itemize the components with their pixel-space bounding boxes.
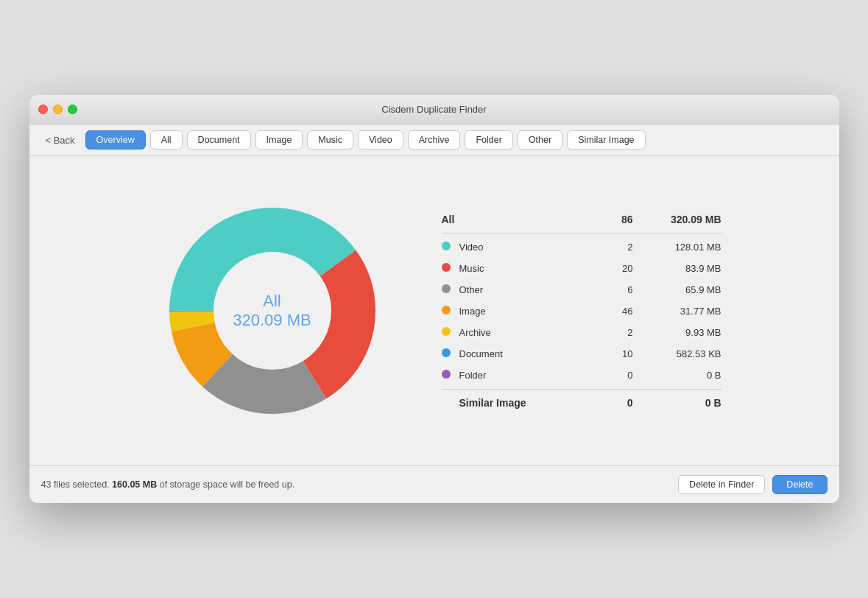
folder-size: 0 B xyxy=(648,370,721,381)
delete-in-finder-button[interactable]: Delete in Finder xyxy=(678,475,765,494)
video-dot xyxy=(442,242,451,250)
stats-table: All 86 320.09 MB Video 2 128.01 MB Music… xyxy=(442,208,721,414)
close-button[interactable] xyxy=(38,105,48,114)
folder-count: 0 xyxy=(604,370,648,381)
toolbar: < Back Overview All Document Image Music… xyxy=(29,124,839,156)
window-title: Cisdem Duplicate Finder xyxy=(381,104,486,115)
stats-row-image: Image 46 31.77 MB xyxy=(442,300,721,322)
stats-row-video: Video 2 128.01 MB xyxy=(442,236,721,258)
minimize-button[interactable] xyxy=(53,105,63,114)
header-size: 320.09 MB xyxy=(648,214,721,225)
stats-row-similar-image: Similar Image 0 0 B xyxy=(442,389,721,414)
stats-row-archive: Archive 2 9.93 MB xyxy=(442,322,721,343)
main-content: All 320.09 MB All 86 320.09 MB Video 2 1… xyxy=(29,156,839,465)
tab-overview[interactable]: Overview xyxy=(85,130,146,150)
video-count: 2 xyxy=(604,242,648,253)
footer: 43 files selected. 160.05 MB of storage … xyxy=(29,465,839,503)
other-count: 6 xyxy=(604,284,648,295)
similar-image-count: 0 xyxy=(604,397,648,409)
main-window: Cisdem Duplicate Finder < Back Overview … xyxy=(29,95,839,503)
back-button[interactable]: < Back xyxy=(40,132,81,149)
footer-text-prefix: 43 files selected. xyxy=(41,479,113,490)
stats-row-folder: Folder 0 0 B xyxy=(442,365,721,386)
archive-label: Archive xyxy=(459,327,604,338)
document-dot xyxy=(442,348,451,357)
tab-all[interactable]: All xyxy=(150,130,183,150)
titlebar: Cisdem Duplicate Finder xyxy=(29,95,839,124)
stats-row-document: Document 10 582.53 KB xyxy=(442,343,721,365)
archive-size: 9.93 MB xyxy=(648,327,721,338)
archive-dot xyxy=(442,327,451,336)
delete-button[interactable]: Delete xyxy=(772,475,827,494)
video-label: Video xyxy=(459,242,604,253)
donut-chart: All 320.09 MB xyxy=(147,186,398,436)
music-count: 20 xyxy=(604,263,648,274)
image-dot xyxy=(442,306,451,314)
document-size: 582.53 KB xyxy=(648,348,721,359)
video-size: 128.01 MB xyxy=(648,242,721,253)
archive-count: 2 xyxy=(604,327,648,338)
music-dot xyxy=(442,263,451,272)
music-label: Music xyxy=(459,263,604,274)
tab-video[interactable]: Video xyxy=(358,130,403,150)
header-label: All xyxy=(442,214,604,225)
footer-highlight: 160.05 MB xyxy=(112,479,157,490)
stats-header: All 86 320.09 MB xyxy=(442,208,721,233)
similar-image-label: Similar Image xyxy=(459,397,604,409)
image-label: Image xyxy=(459,306,604,317)
tab-other[interactable]: Other xyxy=(518,130,562,150)
footer-text-suffix: of storage space will be freed up. xyxy=(157,479,294,490)
image-count: 46 xyxy=(604,306,648,317)
other-dot xyxy=(442,284,451,293)
header-count: 86 xyxy=(604,214,648,225)
folder-label: Folder xyxy=(459,370,604,381)
svg-point-7 xyxy=(215,253,330,368)
traffic-lights xyxy=(38,105,77,114)
document-label: Document xyxy=(459,348,604,359)
footer-status: 43 files selected. 160.05 MB of storage … xyxy=(41,479,295,490)
tab-archive[interactable]: Archive xyxy=(408,130,461,150)
footer-buttons: Delete in Finder Delete xyxy=(678,475,827,494)
similar-image-size: 0 B xyxy=(648,397,721,409)
stats-row-other: Other 6 65.9 MB xyxy=(442,279,721,300)
chart-svg xyxy=(147,186,398,436)
tab-similar-image[interactable]: Similar Image xyxy=(567,130,645,150)
music-size: 83.9 MB xyxy=(648,263,721,274)
document-count: 10 xyxy=(604,348,648,359)
maximize-button[interactable] xyxy=(68,105,77,114)
tab-folder[interactable]: Folder xyxy=(465,130,512,150)
tab-image[interactable]: Image xyxy=(255,130,303,150)
tab-document[interactable]: Document xyxy=(187,130,251,150)
folder-dot xyxy=(442,370,451,379)
tab-music[interactable]: Music xyxy=(307,130,353,150)
other-label: Other xyxy=(459,284,604,295)
stats-row-music: Music 20 83.9 MB xyxy=(442,258,721,279)
other-size: 65.9 MB xyxy=(648,284,721,295)
image-size: 31.77 MB xyxy=(648,306,721,317)
